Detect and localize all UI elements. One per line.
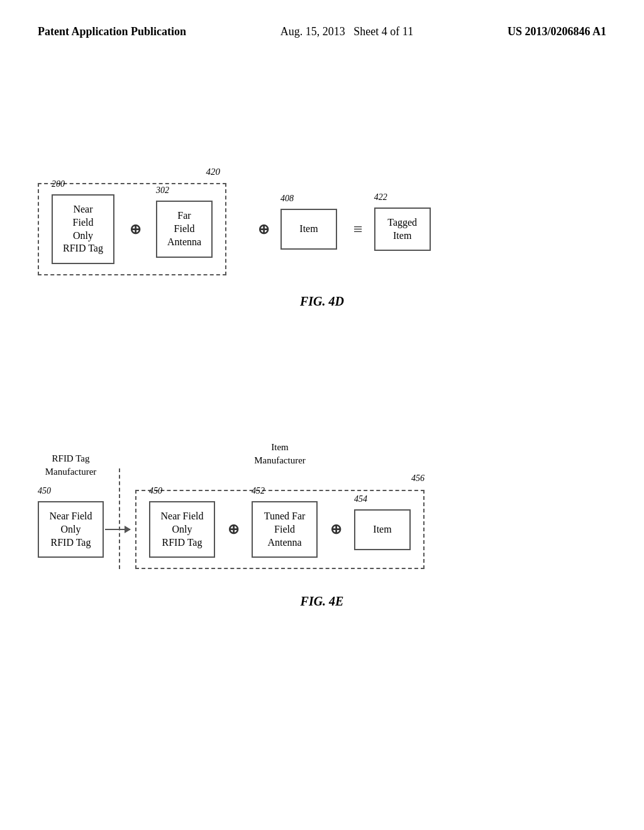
label-420: 420 (206, 167, 221, 177)
box-452: Tuned FarField Antenna (252, 501, 318, 558)
box-450-left: Near FieldOnly RFID Tag (38, 501, 104, 558)
item-manufacturer-label: ItemManufacturer (254, 441, 306, 467)
box-420: 420 200 Near FieldOnly RFID Tag ⊕ 302 Fa… (38, 183, 226, 275)
patent-number: US 2013/0206846 A1 (508, 25, 606, 38)
box-422-wrapper: 422 TaggedItem (374, 208, 431, 252)
fig4d-section: 420 200 Near FieldOnly RFID Tag ⊕ 302 Fa… (38, 183, 606, 309)
box-452-wrapper: 452 Tuned FarField Antenna (252, 501, 318, 558)
label-452: 452 (252, 486, 265, 496)
label-302: 302 (156, 185, 169, 196)
rfid-manufacturer-area: RFID TagManufacturer 450 Near FieldOnly … (38, 452, 104, 558)
box-302: Far FieldAntenna (156, 201, 213, 257)
box-456-outer: 456 450 Near FieldOnly RFID T (135, 490, 425, 569)
box-408-wrapper: 408 Item (280, 209, 337, 250)
fig4d-caption: FIG. 4D (38, 294, 606, 309)
fig4e-section: RFID TagManufacturer 450 Near FieldOnly … (38, 441, 606, 609)
box-456: 450 Near FieldOnly RFID Tag ⊕ 452 Tuned … (135, 490, 425, 569)
label-422: 422 (374, 192, 387, 202)
fig4e-outer-wrapper: RFID TagManufacturer 450 Near FieldOnly … (38, 441, 606, 569)
plus-symbol-4e-2: ⊕ (325, 521, 347, 538)
box-450-right: Near FieldOnly RFID Tag (149, 501, 215, 558)
box-200: Near FieldOnly RFID Tag (52, 194, 114, 264)
label-200: 200 (52, 179, 65, 189)
page-header: Patent Application Publication Aug. 15, … (0, 0, 644, 38)
label-456: 456 (411, 473, 425, 484)
label-450-right: 450 (149, 486, 162, 496)
box-422: TaggedItem (374, 208, 431, 252)
label-450-left: 450 (38, 486, 51, 496)
label-408: 408 (280, 194, 294, 204)
box-454-wrapper: 454 Item (354, 509, 411, 550)
main-content: 420 200 Near FieldOnly RFID Tag ⊕ 302 Fa… (0, 38, 644, 805)
box-200-wrapper: 200 Near FieldOnly RFID Tag (52, 194, 114, 264)
header-metadata: Aug. 15, 2013 Sheet 4 of 11 (280, 25, 413, 38)
fig4d-diagram: 420 200 Near FieldOnly RFID Tag ⊕ 302 Fa… (38, 183, 606, 275)
plus-symbol-2: ⊕ (253, 221, 274, 238)
publication-title: Patent Application Publication (38, 25, 186, 38)
rfid-manufacturer-label: RFID TagManufacturer (45, 452, 97, 479)
vertical-divider (119, 468, 120, 569)
box-408: Item (280, 209, 337, 250)
equals-symbol: ≡ (348, 220, 368, 239)
label-454: 454 (354, 494, 367, 504)
box-450-right-wrapper: 450 Near FieldOnly RFID Tag (149, 501, 215, 558)
box-450-left-wrapper: 450 Near FieldOnly RFID Tag (38, 501, 104, 558)
plus-symbol-4e-1: ⊕ (223, 521, 244, 538)
plus-symbol-1: ⊕ (125, 221, 146, 238)
arrow-into-456 (105, 529, 130, 530)
item-manufacturer-area: ItemManufacturer 456 4 (135, 441, 425, 569)
box-454: Item (354, 509, 411, 550)
fig4e-caption: FIG. 4E (38, 594, 606, 609)
box-302-wrapper: 302 Far FieldAntenna (156, 201, 213, 257)
